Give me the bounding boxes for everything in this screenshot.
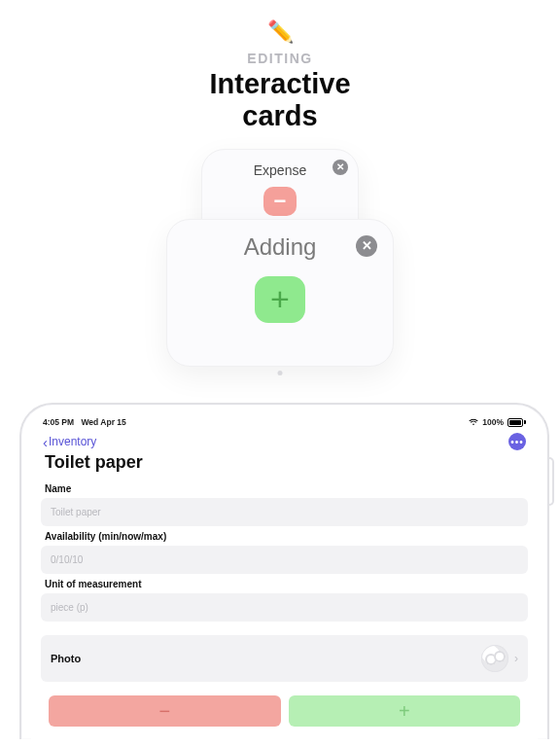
battery-icon xyxy=(508,418,526,427)
name-label: Name xyxy=(45,483,524,494)
status-bar: 4:05 PM Wed Apr 15 100% xyxy=(31,414,538,427)
availability-label: Availability (min/now/max) xyxy=(45,531,524,542)
photo-label: Photo xyxy=(51,653,81,664)
availability-field[interactable]: 0/10/10 xyxy=(41,546,528,574)
decrease-button[interactable]: − xyxy=(49,695,281,727)
status-battery-pct: 100% xyxy=(482,417,504,427)
unit-label: Unit of measurement xyxy=(45,579,524,589)
unit-field[interactable]: piece (p) xyxy=(41,593,528,622)
name-field[interactable]: Toilet paper xyxy=(41,498,528,526)
page-title: Toilet paper xyxy=(31,452,538,479)
chevron-left-icon: ‹ xyxy=(43,435,48,449)
close-icon[interactable]: ✕ xyxy=(332,160,348,175)
card-expense-label: Expense xyxy=(254,162,306,178)
pager-dot xyxy=(278,371,283,375)
minus-icon[interactable]: − xyxy=(263,187,297,216)
plus-icon[interactable]: + xyxy=(255,276,305,323)
back-button[interactable]: ‹ Inventory xyxy=(43,435,96,449)
card-adding[interactable]: Adding ✕ + xyxy=(166,219,394,367)
tablet-frame: 4:05 PM Wed Apr 15 100% ‹ Inventory ••• … xyxy=(19,403,549,739)
card-adding-label: Adding xyxy=(244,233,317,260)
status-time: 4:05 PM xyxy=(43,417,74,427)
hero-title: Interactivecards xyxy=(0,68,560,133)
wifi-icon xyxy=(469,418,478,426)
close-icon[interactable]: ✕ xyxy=(356,235,377,257)
eyebrow: EDITING xyxy=(0,51,560,66)
more-button[interactable]: ••• xyxy=(508,433,526,450)
back-label: Inventory xyxy=(49,435,96,448)
photo-row[interactable]: Photo › xyxy=(41,635,528,682)
chevron-right-icon: › xyxy=(514,652,518,665)
pencil-icon: ✏️ xyxy=(0,21,560,43)
increase-button[interactable]: + xyxy=(289,695,521,727)
status-date: Wed Apr 15 xyxy=(82,417,126,427)
photo-thumb xyxy=(481,645,508,672)
